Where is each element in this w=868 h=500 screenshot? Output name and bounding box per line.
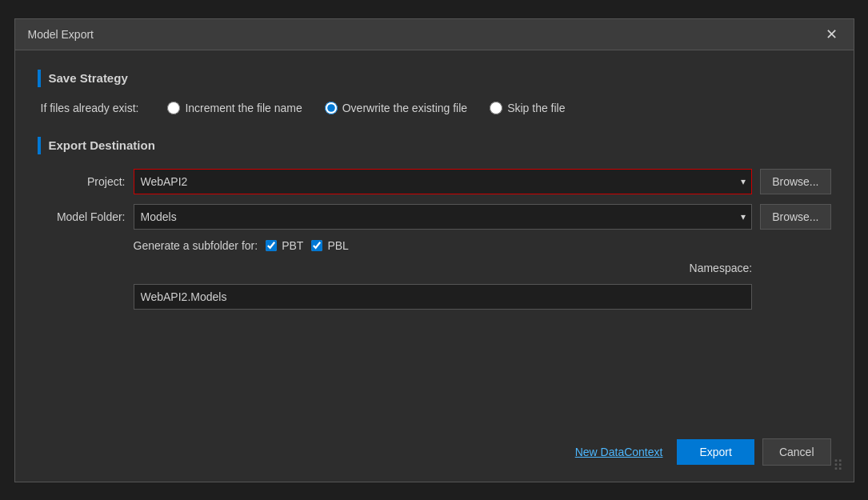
new-datacontext-button[interactable]: New DataContext	[569, 446, 670, 458]
file-conflict-options: If files already exist: Increment the fi…	[38, 102, 831, 114]
overwrite-label: Overwrite the existing file	[342, 102, 467, 114]
project-browse-button[interactable]: Browse...	[760, 169, 830, 194]
increment-option[interactable]: Increment the file name	[167, 102, 302, 114]
overwrite-radio[interactable]	[325, 102, 338, 114]
close-button[interactable]: ✕	[822, 27, 841, 42]
increment-radio[interactable]	[167, 102, 180, 114]
project-select-wrapper: WebAPI2 ▾	[134, 169, 753, 194]
model-folder-select[interactable]: Models	[134, 204, 753, 230]
dialog-title: Model Export	[28, 28, 94, 41]
section-bar-accent	[38, 70, 41, 87]
pbt-option[interactable]: PBT	[266, 239, 303, 252]
cancel-button[interactable]: Cancel	[762, 438, 831, 466]
model-folder-browse-button[interactable]: Browse...	[760, 204, 830, 230]
pbl-option[interactable]: PBL	[311, 239, 348, 252]
skip-label: Skip the file	[507, 102, 565, 114]
export-button[interactable]: Export	[677, 439, 754, 465]
project-select[interactable]: WebAPI2	[134, 169, 753, 194]
subfolder-row: Generate a subfolder for: PBT PBL	[134, 239, 831, 252]
overwrite-option[interactable]: Overwrite the existing file	[325, 102, 467, 114]
namespace-input[interactable]	[134, 284, 753, 310]
files-exist-label: If files already exist:	[41, 102, 139, 114]
subfolder-label: Generate a subfolder for:	[134, 239, 258, 252]
increment-label: Increment the file name	[185, 102, 302, 114]
destination-form: Project: WebAPI2 ▾ Browse... Model Folde…	[38, 169, 831, 310]
dialog-body: Save Strategy If files already exist: In…	[15, 50, 854, 426]
model-folder-select-wrapper: Models ▾	[134, 204, 753, 230]
pbl-label: PBL	[327, 239, 348, 252]
skip-option[interactable]: Skip the file	[490, 102, 565, 114]
project-label: Project:	[38, 175, 126, 188]
model-export-dialog: Model Export ✕ Save Strategy If files al…	[14, 18, 854, 482]
save-strategy-header: Save Strategy	[38, 70, 831, 87]
section-bar-accent-2	[38, 137, 41, 154]
pbl-checkbox[interactable]	[311, 240, 322, 251]
model-folder-label: Model Folder:	[38, 210, 126, 223]
export-destination-header: Export Destination	[38, 137, 831, 154]
skip-radio[interactable]	[490, 102, 502, 114]
export-destination-title: Export Destination	[49, 138, 155, 152]
namespace-label: Namespace:	[134, 262, 753, 274]
pbt-checkbox[interactable]	[266, 240, 277, 251]
dialog-footer: New DataContext Export Cancel	[15, 426, 854, 482]
resize-dots-icon: ⠿	[833, 457, 843, 474]
pbt-label: PBT	[282, 239, 303, 252]
save-strategy-title: Save Strategy	[49, 71, 128, 85]
title-bar: Model Export ✕	[15, 19, 854, 50]
